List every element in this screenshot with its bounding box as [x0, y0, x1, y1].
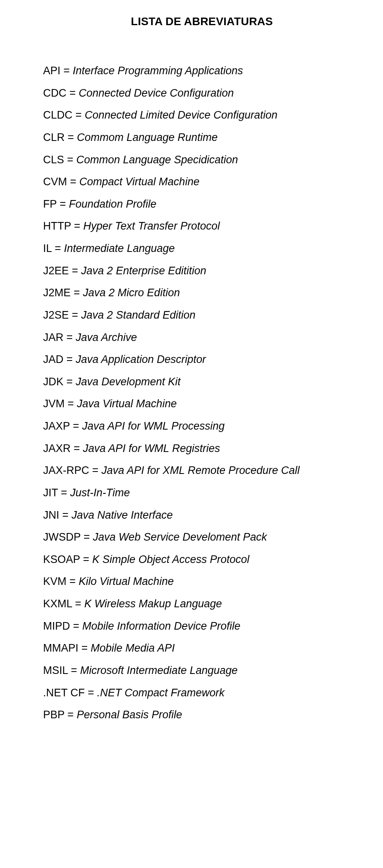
- abbreviation: JVM: [43, 398, 65, 410]
- abbreviation: JWSDP: [43, 531, 81, 543]
- equals-sign: =: [79, 642, 91, 654]
- list-item: HTTP = Hyper Text Transfer Protocol: [43, 219, 361, 234]
- list-item: CLDC = Connected Limited Device Configur…: [43, 108, 361, 123]
- list-item: CLS = Common Language Specidication: [43, 153, 361, 167]
- list-item: JAXP = Java API for WML Processing: [43, 419, 361, 434]
- list-item: FP = Foundation Profile: [43, 197, 361, 212]
- definition: Compact Virtual Machine: [79, 176, 199, 188]
- abbreviation: KVM: [43, 575, 67, 587]
- list-item: IL = Intermediate Language: [43, 242, 361, 256]
- equals-sign: =: [58, 487, 70, 499]
- abbreviation-list: API = Interface Programming Applications…: [43, 64, 361, 722]
- definition: Commom Language Runtime: [77, 131, 218, 143]
- equals-sign: =: [70, 420, 82, 432]
- definition: Java Archive: [76, 331, 137, 343]
- list-item: KXML = K Wireless Makup Language: [43, 597, 361, 611]
- definition: Connected Device Configuration: [79, 87, 234, 99]
- equals-sign: =: [63, 353, 76, 365]
- list-item: PBP = Personal Basis Profile: [43, 708, 361, 722]
- equals-sign: =: [59, 509, 72, 521]
- abbreviation: JNI: [43, 509, 59, 521]
- equals-sign: =: [69, 309, 81, 321]
- equals-sign: =: [65, 131, 77, 143]
- equals-sign: =: [67, 176, 79, 188]
- definition: Java 2 Micro Edition: [83, 287, 180, 299]
- equals-sign: =: [61, 65, 73, 77]
- abbreviation: J2SE: [43, 309, 69, 321]
- list-item: .NET CF = .NET Compact Framework: [43, 686, 361, 700]
- abbreviation: CDC: [43, 87, 67, 99]
- equals-sign: =: [65, 398, 77, 410]
- abbreviation: CLS: [43, 154, 64, 166]
- equals-sign: =: [64, 154, 77, 166]
- definition: Java Virtual Machine: [77, 398, 177, 410]
- page-title: LISTA DE ABREVIATURAS: [43, 15, 361, 28]
- abbreviation: JAX-RPC: [43, 464, 89, 476]
- list-item: KSOAP = K Simple Object Access Protocol: [43, 553, 361, 567]
- equals-sign: =: [65, 709, 77, 721]
- abbreviation: CLR: [43, 131, 65, 143]
- equals-sign: =: [81, 531, 93, 543]
- definition: Hyper Text Transfer Protocol: [83, 220, 220, 232]
- equals-sign: =: [72, 598, 85, 610]
- definition: Mobile Media API: [91, 642, 175, 654]
- definition: Common Language Specidication: [76, 154, 238, 166]
- list-item: JAX-RPC = Java API for XML Remote Proced…: [43, 464, 361, 478]
- definition: K Wireless Makup Language: [84, 598, 222, 610]
- abbreviation: CLDC: [43, 109, 73, 121]
- definition: Java API for WML Processing: [82, 420, 225, 432]
- list-item: MIPD = Mobile Information Device Profile: [43, 619, 361, 634]
- equals-sign: =: [70, 620, 83, 632]
- list-item: JAR = Java Archive: [43, 331, 361, 345]
- definition: Kilo Virtual Machine: [79, 575, 174, 587]
- abbreviation: JAXP: [43, 420, 70, 432]
- list-item: J2EE = Java 2 Enterprise Editition: [43, 264, 361, 278]
- list-item: JVM = Java Virtual Machine: [43, 397, 361, 411]
- abbreviation: API: [43, 65, 61, 77]
- definition: Intermediate Language: [64, 242, 175, 254]
- definition: Personal Basis Profile: [77, 709, 182, 721]
- list-item: KVM = Kilo Virtual Machine: [43, 575, 361, 589]
- definition: K Simple Object Access Protocol: [92, 553, 249, 565]
- equals-sign: =: [89, 464, 102, 476]
- equals-sign: =: [73, 109, 85, 121]
- definition: Just-In-Time: [70, 487, 130, 499]
- equals-sign: =: [68, 664, 80, 676]
- list-item: API = Interface Programming Applications: [43, 64, 361, 78]
- definition: Connected Limited Device Configuration: [85, 109, 277, 121]
- definition: Java Application Descriptor: [76, 353, 206, 365]
- list-item: JDK = Java Development Kit: [43, 375, 361, 389]
- abbreviation: KXML: [43, 598, 72, 610]
- definition: Foundation Profile: [69, 198, 156, 210]
- list-item: JAXR = Java API for WML Registries: [43, 442, 361, 456]
- definition: Java API for WML Registries: [83, 442, 220, 454]
- equals-sign: =: [71, 287, 83, 299]
- list-item: JWSDP = Java Web Service Develoment Pack: [43, 530, 361, 545]
- abbreviation: JIT: [43, 487, 58, 499]
- abbreviation: MMAPI: [43, 642, 79, 654]
- abbreviation: JDK: [43, 376, 63, 388]
- equals-sign: =: [80, 553, 93, 565]
- abbreviation: JAD: [43, 353, 63, 365]
- abbreviation: HTTP: [43, 220, 71, 232]
- list-item: J2SE = Java 2 Standard Edition: [43, 308, 361, 323]
- abbreviation: PBP: [43, 709, 65, 721]
- page: LISTA DE ABREVIATURAS API = Interface Pr…: [0, 0, 383, 746]
- abbreviation: FP: [43, 198, 57, 210]
- list-item: CVM = Compact Virtual Machine: [43, 175, 361, 189]
- definition: Java Development Kit: [76, 376, 181, 388]
- list-item: CLR = Commom Language Runtime: [43, 131, 361, 145]
- equals-sign: =: [69, 265, 81, 277]
- list-item: JAD = Java Application Descriptor: [43, 353, 361, 367]
- list-item: MMAPI = Mobile Media API: [43, 641, 361, 656]
- definition: Mobile Information Device Profile: [82, 620, 240, 632]
- definition: Java Web Service Develoment Pack: [93, 531, 267, 543]
- definition: Interface Programming Applications: [73, 65, 243, 77]
- equals-sign: =: [85, 687, 97, 699]
- list-item: JIT = Just-In-Time: [43, 486, 361, 500]
- abbreviation: JAR: [43, 331, 63, 343]
- equals-sign: =: [57, 198, 69, 210]
- equals-sign: =: [63, 376, 76, 388]
- list-item: J2ME = Java 2 Micro Edition: [43, 286, 361, 300]
- equals-sign: =: [67, 87, 79, 99]
